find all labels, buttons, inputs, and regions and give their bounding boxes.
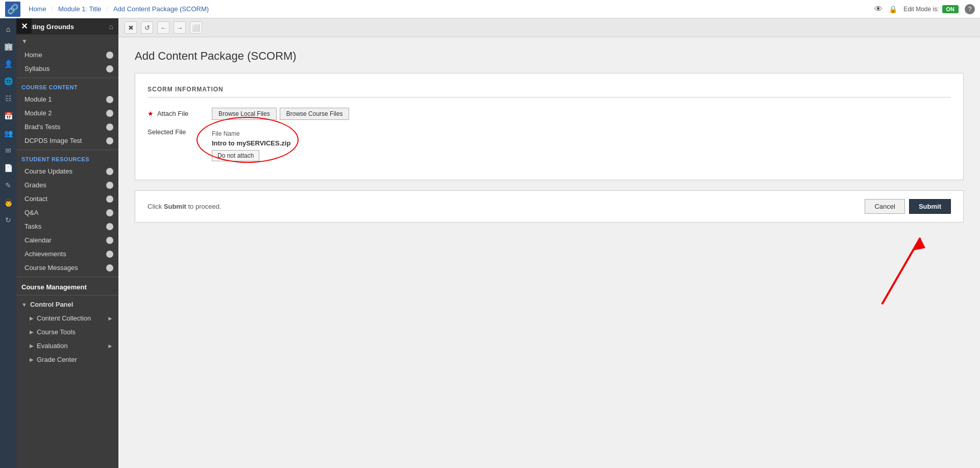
maximize-icon[interactable]: ⬜ xyxy=(190,21,202,34)
sidebar-item-home[interactable]: Home xyxy=(16,48,118,62)
sidebar-item-contact[interactable]: Contact xyxy=(16,192,118,206)
file-name-label: File Name xyxy=(212,130,290,137)
logo-icon: 🔗 xyxy=(7,4,18,15)
sidebar-item-brads-tests[interactable]: Brad's Tests xyxy=(16,120,118,134)
arrow-annotation-container xyxy=(135,223,964,314)
sidebar-item-tasks[interactable]: Tasks xyxy=(16,219,118,233)
strip-calendar-icon[interactable]: 📅 xyxy=(2,109,15,122)
sidebar-course-tools-label: Course Tools xyxy=(37,328,76,336)
nav-home-link[interactable]: Home xyxy=(26,4,50,14)
selected-file-area: File Name Intro to mySERVICES.zip Do not… xyxy=(212,130,290,161)
edit-mode-control: Edit Mode is: ON xyxy=(903,5,959,13)
cp-tri-icon3: ▶ xyxy=(30,343,34,349)
sidebar-content-collection-label: Content Collection xyxy=(37,314,91,322)
do-not-attach-button[interactable]: Do not attach xyxy=(212,150,259,161)
strip-person2-icon[interactable]: 👨 xyxy=(2,196,15,209)
strip-grid-icon[interactable]: ☷ xyxy=(2,92,15,105)
sidebar-item-course-messages[interactable]: Course Messages xyxy=(16,261,118,275)
strip-home-icon[interactable]: ⌂ xyxy=(2,22,15,36)
help-button[interactable]: ? xyxy=(965,4,975,14)
cancel-button[interactable]: Cancel xyxy=(865,199,904,214)
strip-group-icon[interactable]: 👥 xyxy=(2,127,15,140)
sidebar-item-brads-tests-label: Brad's Tests xyxy=(24,123,60,131)
icon-strip: ⌂ 🏢 👤 🌐 ☷ 📅 👥 ✉ 📄 ✎ 👨 ↻ xyxy=(0,18,16,468)
required-star: ★ xyxy=(148,110,154,117)
sidebar-item-qa-dot xyxy=(106,209,113,216)
scorm-form-card: SCORM INFORMATION ★ Attach File Browse L… xyxy=(135,73,964,180)
sidebar-item-content-collection[interactable]: ▶ Content Collection ► xyxy=(16,311,118,325)
cp-item-left4: ▶ Grade Center xyxy=(30,356,77,363)
strip-doc-icon[interactable]: 📄 xyxy=(2,161,15,175)
sidebar-item-syllabus[interactable]: Syllabus xyxy=(16,62,118,76)
control-panel-label: Control Panel xyxy=(30,301,74,308)
sidebar-item-syllabus-label: Syllabus xyxy=(24,65,50,72)
sidebar-grade-center-label: Grade Center xyxy=(37,356,77,363)
browse-course-files-button[interactable]: Browse Course Files xyxy=(280,108,350,120)
sidebar-item-course-tools[interactable]: ▶ Course Tools xyxy=(16,325,118,339)
sidebar-item-achievements[interactable]: Achievements xyxy=(16,247,118,261)
sidebar-item-grades[interactable]: Grades xyxy=(16,178,118,192)
sidebar-item-achievements-dot xyxy=(106,251,113,258)
back-icon[interactable]: ← xyxy=(157,21,169,34)
cp-item-left: ▶ Content Collection xyxy=(30,314,91,322)
breadcrumb: Home : Module 1: Title : Add Content Pac… xyxy=(26,4,874,14)
submit-note-prefix: Click xyxy=(148,203,162,210)
sidebar-item-grade-center[interactable]: ▶ Grade Center xyxy=(16,353,118,366)
section-header-scorm: SCORM INFORMATION xyxy=(148,86,951,97)
sidebar-item-module1-label: Module 1 xyxy=(24,95,52,103)
sidebar-divider-3 xyxy=(16,277,118,277)
sidebar-item-achievements-label: Achievements xyxy=(24,250,66,258)
sidebar-divider-1 xyxy=(16,78,118,78)
strip-mail-icon[interactable]: ✉ xyxy=(2,144,15,157)
sidebar-item-syllabus-dot xyxy=(106,65,113,72)
breadcrumb-separator2: : xyxy=(107,6,108,13)
sidebar-item-calendar[interactable]: Calendar xyxy=(16,233,118,247)
strip-refresh-icon[interactable]: ↻ xyxy=(2,213,15,227)
strip-edit-icon[interactable]: ✎ xyxy=(2,179,15,192)
sidebar-item-module1[interactable]: Module 1 xyxy=(16,92,118,106)
forward-icon[interactable]: → xyxy=(174,21,186,34)
file-buttons: Browse Local Files Browse Course Files xyxy=(212,108,349,120)
sidebar-item-messages-dot xyxy=(106,264,113,272)
sidebar-item-module2[interactable]: Module 2 xyxy=(16,106,118,120)
page-title: Add Content Package (SCORM) xyxy=(135,50,964,63)
file-button-group: Browse Local Files Browse Course Files xyxy=(212,108,349,120)
strip-globe-icon[interactable]: 🌐 xyxy=(2,75,15,88)
sidebar-item-evaluation[interactable]: ▶ Evaluation ► xyxy=(16,339,118,353)
content-area: Add Content Package (SCORM) SCORM INFORM… xyxy=(118,37,980,327)
sidebar-item-qa[interactable]: Q&A xyxy=(16,206,118,219)
preview-icon[interactable]: 👁 xyxy=(874,5,883,14)
cp-item-left2: ▶ Course Tools xyxy=(30,328,76,336)
cp-tri-icon4: ▶ xyxy=(30,357,34,362)
cp-tri-icon2: ▶ xyxy=(30,329,34,335)
edit-mode-toggle[interactable]: ON xyxy=(942,5,959,13)
nav-current-link[interactable]: Add Content Package (SCORM) xyxy=(110,4,212,14)
sidebar-section-course-content: COURSE CONTENT xyxy=(16,80,118,92)
sidebar-item-course-updates[interactable]: Course Updates xyxy=(16,164,118,178)
sidebar: Testing Grounds ⌂ ▼ Home Syllabus COURSE… xyxy=(16,18,118,468)
sidebar-home-icon[interactable]: ⌂ xyxy=(109,22,113,31)
cp-collapse-icon: ▼ xyxy=(21,302,27,308)
strip-building-icon[interactable]: 🏢 xyxy=(2,40,15,53)
cp-tri-icon: ▶ xyxy=(30,315,34,321)
reload-icon[interactable]: ↺ xyxy=(141,21,153,34)
nav-module-link[interactable]: Module 1: Title xyxy=(55,4,105,14)
sidebar-item-dcpds[interactable]: DCPDS Image Test xyxy=(16,134,118,147)
sidebar-course-header: Testing Grounds ⌂ xyxy=(16,18,118,35)
sidebar-item-module1-dot xyxy=(106,96,113,103)
cp-item-left3: ▶ Evaluation xyxy=(30,342,68,350)
close-sidebar-button[interactable]: ✕ xyxy=(16,18,32,34)
sidebar-item-calendar-label: Calendar xyxy=(24,236,52,244)
sidebar-section-student-resources: STUDENT RESOURCES xyxy=(16,152,118,164)
sidebar-item-updates-dot xyxy=(106,168,113,175)
main-content: ✖ ↺ ← → ⬜ Add Content Package (SCORM) SC… xyxy=(118,18,980,468)
strip-person-icon[interactable]: 👤 xyxy=(2,57,15,70)
zoom-icon[interactable]: ✖ xyxy=(125,21,137,34)
submit-button[interactable]: Submit xyxy=(909,199,951,214)
sidebar-item-module2-label: Module 2 xyxy=(24,109,52,117)
brand-logo: 🔗 xyxy=(5,2,20,17)
browse-local-files-button[interactable]: Browse Local Files xyxy=(212,108,277,120)
sidebar-collapse-testing[interactable]: ▼ xyxy=(16,35,118,48)
control-panel-row[interactable]: ▼ Control Panel xyxy=(16,298,118,311)
sidebar-evaluation-label: Evaluation xyxy=(37,342,68,350)
